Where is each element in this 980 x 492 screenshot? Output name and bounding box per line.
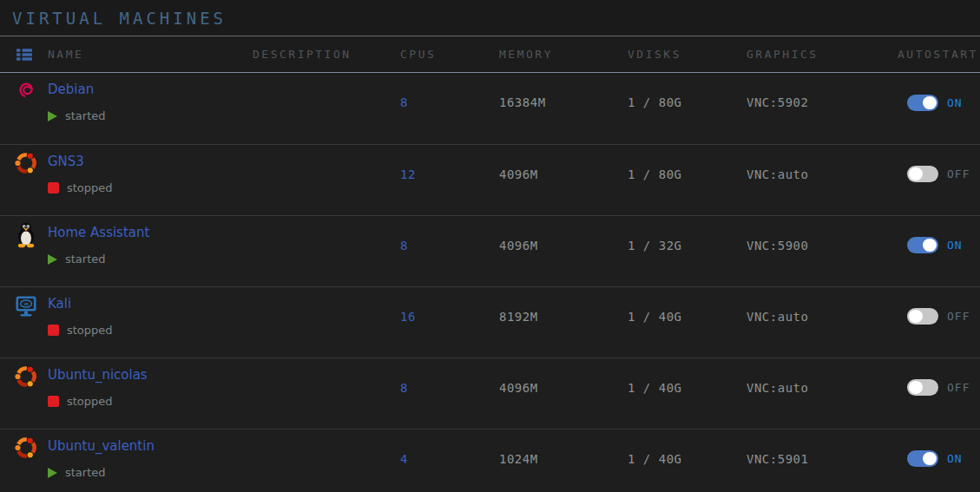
vm-status-icon <box>48 182 59 194</box>
vm-graphics: VNC:auto <box>747 310 898 324</box>
autostart-toggle[interactable] <box>907 95 938 111</box>
vm-icon[interactable] <box>12 287 48 319</box>
column-header-autostart: AUTOSTART <box>898 48 980 61</box>
vm-status: stopped <box>48 395 253 408</box>
autostart-state-label: ON <box>947 96 963 109</box>
column-header-memory: MEMORY <box>499 48 628 61</box>
vm-status: started <box>48 466 253 479</box>
vm-cpus-link[interactable]: 8 <box>400 95 408 109</box>
toggle-knob <box>923 452 937 465</box>
vm-graphics: VNC:5900 <box>747 239 898 253</box>
vm-name-link[interactable]: Debian <box>48 82 94 97</box>
vm-cpus-link[interactable]: 8 <box>400 239 408 253</box>
vm-status-label: stopped <box>67 181 113 194</box>
column-header-cpus: CPUS <box>400 48 499 61</box>
vm-icon[interactable] <box>12 430 48 462</box>
vm-cpus-link[interactable]: 8 <box>400 381 408 395</box>
autostart-toggle[interactable] <box>907 237 938 253</box>
table-row: GNS3 stopped 12 4096M 1 / 80G VNC:auto O… <box>0 144 980 215</box>
vm-graphics: VNC:5902 <box>747 95 898 109</box>
vm-cpus-link[interactable]: 4 <box>400 452 408 466</box>
vm-cpus-link[interactable]: 12 <box>400 167 416 181</box>
autostart-toggle[interactable] <box>907 308 938 325</box>
table-row: Home Assistant started 8 4096M 1 / 32G V… <box>0 215 980 286</box>
vm-memory: 16384M <box>499 95 628 109</box>
vm-status-label: started <box>65 109 106 122</box>
vm-name-link[interactable]: Home Assistant <box>48 225 149 240</box>
table-row: Kali stopped 16 8192M 1 / 40G VNC:auto O… <box>0 286 980 358</box>
vm-status: stopped <box>48 181 253 194</box>
table-header: NAME DESCRIPTION CPUS MEMORY VDISKS GRAP… <box>0 36 980 73</box>
vm-status-label: stopped <box>67 324 113 337</box>
view-list-icon[interactable] <box>12 49 48 61</box>
vm-vdisks: 1 / 40G <box>628 381 747 395</box>
vm-vdisks: 1 / 40G <box>628 310 747 324</box>
autostart-state-label: OFF <box>947 381 970 394</box>
vm-icon[interactable] <box>12 358 48 390</box>
autostart-state-label: OFF <box>947 310 970 323</box>
vm-cpus-link[interactable]: 16 <box>400 310 416 324</box>
autostart-toggle[interactable] <box>907 450 938 467</box>
vm-status-label: started <box>65 466 106 479</box>
table-row: Ubuntu_valentin started 4 1024M 1 / 40G … <box>0 429 980 492</box>
vm-vdisks: 1 / 40G <box>628 452 747 466</box>
vm-status-icon <box>48 325 59 336</box>
vm-table-body: Debian started 8 16384M 1 / 80G VNC:5902… <box>0 73 980 492</box>
vm-status-icon <box>48 111 57 121</box>
column-header-description: DESCRIPTION <box>253 48 400 61</box>
toggle-knob <box>909 167 923 180</box>
vm-vdisks: 1 / 80G <box>628 95 747 109</box>
vm-graphics: VNC:auto <box>747 381 898 395</box>
vm-status-icon <box>48 396 59 407</box>
autostart-state-label: ON <box>947 452 963 465</box>
table-row: Debian started 8 16384M 1 / 80G VNC:5902… <box>0 73 980 144</box>
vm-memory: 4096M <box>499 239 628 253</box>
vm-memory: 4096M <box>499 381 628 395</box>
vm-memory: 4096M <box>499 167 628 181</box>
vm-icon[interactable] <box>12 145 48 177</box>
autostart-state-label: ON <box>947 239 963 252</box>
vm-status-label: stopped <box>67 395 113 408</box>
toggle-knob <box>909 381 923 394</box>
vm-status: started <box>48 109 253 122</box>
vm-name-link[interactable]: GNS3 <box>48 154 84 169</box>
autostart-toggle[interactable] <box>907 166 938 182</box>
autostart-state-label: OFF <box>947 167 970 180</box>
toggle-knob <box>923 239 937 252</box>
vm-status: started <box>48 253 253 266</box>
toggle-knob <box>909 310 923 323</box>
column-header-graphics: GRAPHICS <box>747 48 898 61</box>
vm-icon[interactable] <box>12 73 48 105</box>
vm-name-link[interactable]: Ubuntu_nicolas <box>48 367 148 383</box>
vm-graphics: VNC:auto <box>747 167 898 181</box>
vm-name-link[interactable]: Kali <box>48 296 71 312</box>
vm-vdisks: 1 / 80G <box>628 167 747 181</box>
toggle-knob <box>923 96 937 109</box>
vm-icon[interactable] <box>12 216 48 248</box>
table-row: Ubuntu_nicolas stopped 8 4096M 1 / 40G V… <box>0 358 980 429</box>
vm-status-icon <box>48 254 57 265</box>
vm-name-link[interactable]: Ubuntu_valentin <box>48 438 155 454</box>
page-title: VIRTUAL MACHINES <box>0 0 980 36</box>
vm-status-icon <box>48 468 57 478</box>
vm-status-label: started <box>65 253 106 266</box>
column-header-vdisks: VDISKS <box>628 48 747 61</box>
vm-graphics: VNC:5901 <box>747 452 898 466</box>
vm-memory: 1024M <box>499 452 628 466</box>
column-header-name: NAME <box>48 48 253 61</box>
vm-memory: 8192M <box>499 310 628 324</box>
autostart-toggle[interactable] <box>907 379 938 396</box>
vm-status: stopped <box>48 324 253 337</box>
vm-vdisks: 1 / 32G <box>628 239 747 253</box>
